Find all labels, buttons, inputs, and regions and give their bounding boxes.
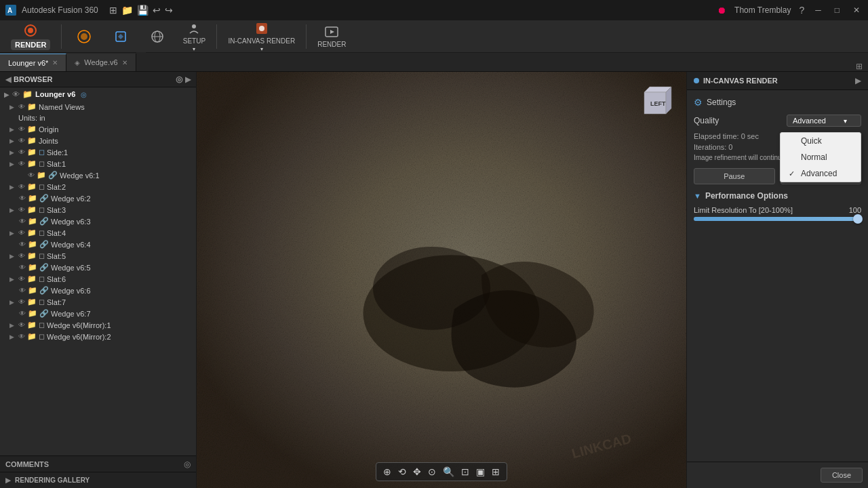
quality-option-quick[interactable]: Quick (781, 133, 861, 149)
tab-0[interactable]: Lounger v6* ✕ (0, 54, 66, 71)
side1-vis[interactable]: 👁 (18, 148, 25, 156)
slat5-vis[interactable]: 👁 (18, 252, 25, 260)
wm1-vis[interactable]: 👁 (18, 321, 25, 329)
panel-status-dot (694, 78, 699, 83)
slat5-item[interactable]: ▶ 👁 📁 ◻ Slat:5 (0, 250, 196, 262)
wedge3-vis[interactable]: 👁 (19, 218, 26, 225)
units-item[interactable]: Units: in (0, 113, 196, 123)
tab-0-close[interactable]: ✕ (52, 59, 58, 66)
grid-icon[interactable]: ⊞ (109, 5, 117, 16)
slat4-vis[interactable]: 👁 (18, 229, 25, 237)
in-canvas-dropdown-btn[interactable]: IN-CANVAS RENDER ▾ (222, 18, 300, 55)
canvas-area[interactable]: LEFT ⊕ ⟲ ✥ ⊙ 🔍 ⊡ ▣ ⊞ LINKCAD (197, 72, 686, 488)
wedge-mirror1-item[interactable]: ▶ 👁 📁 ◻ Wedge v6(Mirror):1 (0, 319, 196, 331)
bottom-btn-2[interactable]: ⟲ (395, 465, 409, 479)
environment-btn[interactable] (140, 26, 174, 47)
wm2-vis[interactable]: 👁 (18, 333, 25, 340)
quality-dropdown[interactable]: Advanced ▾ (787, 115, 861, 127)
slat6-vis[interactable]: 👁 (18, 275, 25, 283)
slat3-item[interactable]: ▶ 👁 📁 ◻ Slat:3 (0, 204, 196, 216)
perf-expand-arrow[interactable]: ▼ (694, 192, 701, 200)
appearance-btn[interactable] (67, 26, 101, 47)
bottom-btn-1[interactable]: ⊕ (380, 465, 394, 479)
render-btn[interactable]: RENDER (312, 22, 351, 51)
save-icon[interactable]: 💾 (137, 5, 149, 16)
wedge1-vis[interactable]: 👁 (28, 171, 35, 179)
root-expand-icon[interactable]: ▶ (4, 91, 9, 98)
bottom-btn-3[interactable]: ✥ (410, 465, 424, 479)
root-live-icon[interactable]: ◎ (81, 91, 87, 98)
sidebar-collapse-left[interactable]: ◀ (5, 75, 11, 84)
slat2-item[interactable]: ▶ 👁 📁 ◻ Slat:2 (0, 181, 196, 192)
pause-btn[interactable]: Pause (694, 168, 775, 184)
bottom-btn-7[interactable]: ▣ (473, 465, 488, 479)
wedge3-item[interactable]: 👁 📁 🔗 Wedge v6:3 (0, 216, 196, 227)
origin-vis[interactable]: 👁 (18, 125, 25, 133)
slat7-vis[interactable]: 👁 (18, 298, 25, 306)
maximize-btn[interactable]: □ (832, 5, 842, 15)
slat6-item[interactable]: ▶ 👁 📁 ◻ Slat:6 (0, 273, 196, 285)
close-btn[interactable]: ✕ (850, 5, 863, 15)
tab-1[interactable]: ◈ Wedge.v6 ✕ (66, 54, 136, 71)
wm1-label: Wedge v6(Mirror):1 (47, 321, 111, 329)
render-dropdown-btn[interactable]: RENDER (5, 20, 56, 53)
quality-option-normal[interactable]: Normal (781, 149, 861, 165)
svg-rect-18 (197, 72, 686, 488)
wedge6-vis[interactable]: 👁 (19, 287, 26, 294)
sidebar-expand-icon[interactable]: ▶ (185, 75, 191, 84)
bottom-btn-8[interactable]: ⊞ (489, 465, 502, 479)
bottom-btn-5[interactable]: 🔍 (440, 465, 457, 479)
wedge7-vis[interactable]: 👁 (19, 310, 26, 317)
undo-icon[interactable]: ↩ (153, 5, 161, 16)
setup-dropdown-btn[interactable]: SETUP ▾ (177, 18, 211, 55)
sidebar-pin-icon[interactable]: ◎ (176, 75, 182, 84)
rendering-gallery-bar[interactable]: ▶ RENDERING GALLERY (0, 472, 196, 488)
wedge1-item[interactable]: 👁 📁 🔗 Wedge v6:1 (0, 169, 196, 181)
browser-title: BROWSER (14, 75, 173, 83)
wedge-mirror2-item[interactable]: ▶ 👁 📁 ◻ Wedge v6(Mirror):2 (0, 331, 196, 342)
panel-expand-icon[interactable]: ▶ (855, 76, 861, 85)
slat3-vis[interactable]: 👁 (18, 206, 25, 214)
root-vis-icon[interactable]: 👁 (12, 90, 20, 98)
slat7-item[interactable]: ▶ 👁 📁 ◻ Slat:7 (0, 296, 196, 308)
wedge5-vis[interactable]: 👁 (19, 264, 26, 271)
resolution-slider[interactable] (694, 217, 861, 221)
record-icon[interactable]: ⏺ (717, 5, 726, 16)
wedge7-item[interactable]: 👁 📁 🔗 Wedge v6:7 (0, 308, 196, 319)
tab-pin-icon[interactable]: ⊞ (856, 62, 863, 71)
view-cube[interactable]: LEFT (631, 79, 679, 127)
user-name[interactable]: Thom Tremblay (734, 5, 791, 15)
joints-vis[interactable]: 👁 (18, 137, 25, 144)
joints-item[interactable]: ▶ 👁 📁 Joints (0, 135, 196, 146)
named-views-vis[interactable]: 👁 (18, 103, 25, 110)
wedge5-item[interactable]: 👁 📁 🔗 Wedge v6:5 (0, 262, 196, 273)
wedge4-vis[interactable]: 👁 (19, 241, 26, 248)
wedge2-item[interactable]: 👁 📁 🔗 Wedge v6:2 (0, 192, 196, 204)
wedge6-item[interactable]: 👁 📁 🔗 Wedge v6:6 (0, 285, 196, 296)
comments-expand[interactable]: ◎ (184, 460, 191, 469)
help-icon[interactable]: ? (799, 5, 804, 16)
slat4-item[interactable]: ▶ 👁 📁 ◻ Slat:4 (0, 227, 196, 239)
side1-item[interactable]: ▶ 👁 📁 ◻ Side:1 (0, 146, 196, 158)
panel-body: ⚙ Settings Quality Advanced ▾ Quick (687, 90, 868, 462)
scene-btn[interactable] (104, 26, 138, 47)
wedge2-vis[interactable]: 👁 (19, 195, 26, 202)
tab-1-close[interactable]: ✕ (122, 59, 127, 66)
slat4-body: ◻ (39, 228, 45, 237)
minimize-btn[interactable]: ─ (812, 5, 824, 15)
bottom-btn-4[interactable]: ⊙ (425, 465, 439, 479)
bottom-btn-6[interactable]: ⊡ (458, 465, 472, 479)
slider-thumb[interactable] (853, 214, 863, 224)
slat1-vis[interactable]: 👁 (18, 160, 25, 167)
slat2-vis[interactable]: 👁 (18, 183, 25, 190)
redo-icon[interactable]: ↪ (165, 5, 173, 16)
quality-option-advanced[interactable]: ✓ Advanced (781, 165, 861, 182)
close-panel-btn[interactable]: Close (821, 468, 863, 483)
file-icon[interactable]: 📁 (121, 5, 133, 16)
named-views-item[interactable]: ▶ 👁 📁 Named Views (0, 101, 196, 113)
origin-item[interactable]: ▶ 👁 📁 Origin (0, 123, 196, 135)
slat3-arrow: ▶ (9, 207, 16, 214)
slat1-item[interactable]: ▶ 👁 📁 ◻ Slat:1 (0, 158, 196, 169)
tree-root[interactable]: ▶ 👁 📁 Lounger v6 ◎ (0, 87, 196, 101)
wedge4-item[interactable]: 👁 📁 🔗 Wedge v6:4 (0, 239, 196, 250)
